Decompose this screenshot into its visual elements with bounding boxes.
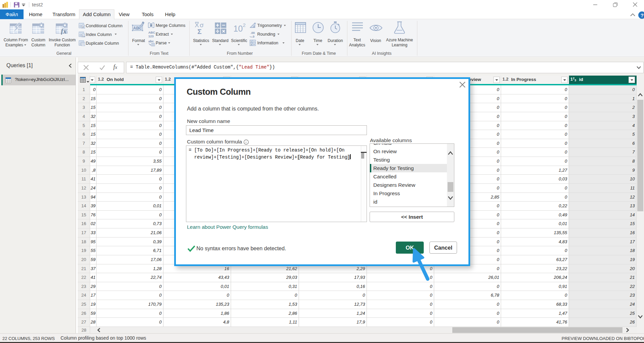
svg-text:123: 123 <box>148 34 154 38</box>
svg-text:fx: fx <box>61 28 67 35</box>
svg-text:10: 10 <box>233 24 243 33</box>
svg-text:≠: ≠ <box>82 26 84 29</box>
svg-text:i: i <box>246 141 247 144</box>
svg-text:.0: .0 <box>252 35 255 38</box>
svg-text:−: − <box>254 40 255 43</box>
svg-text:?: ? <box>641 12 644 18</box>
svg-text:.00: .00 <box>251 31 255 35</box>
svg-text:Σ: Σ <box>197 28 202 35</box>
svg-text:+: + <box>254 43 255 46</box>
svg-text:1: 1 <box>251 40 252 43</box>
svg-text:1₂₃: 1₂₃ <box>82 35 85 37</box>
svg-text:3: 3 <box>251 43 252 46</box>
svg-text:ABC: ABC <box>148 31 155 34</box>
svg-text:abc: abc <box>148 39 154 43</box>
svg-text:2: 2 <box>243 22 245 28</box>
